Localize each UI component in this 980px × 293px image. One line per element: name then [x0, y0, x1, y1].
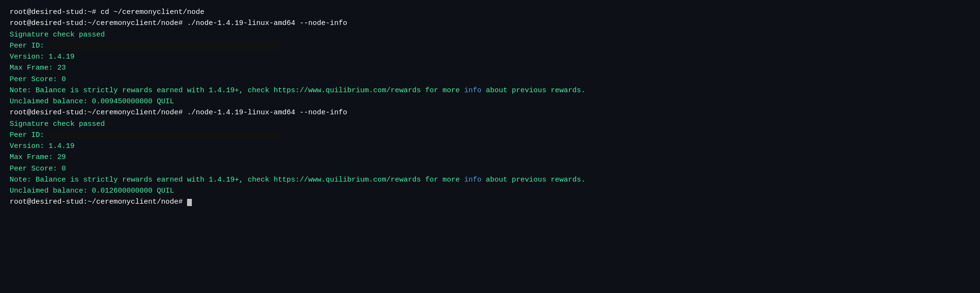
- terminal-line: root@desired-stud:~# cd ~/ceremonyclient…: [10, 7, 970, 18]
- terminal-line: Peer Score: 0: [10, 74, 970, 85]
- note-pre-text: Note: Balance is strictly rewards earned…: [10, 86, 464, 95]
- terminal-line: Peer Score: 0: [10, 163, 970, 174]
- info-link[interactable]: info: [464, 176, 481, 184]
- info-link[interactable]: info: [464, 86, 481, 95]
- peer-id-label: Peer ID:: [10, 42, 49, 50]
- peer-id-redacted: [49, 131, 279, 138]
- terminal-line: Signature check passed: [10, 119, 970, 130]
- terminal-line: root@desired-stud:~/ceremonyclient/node#…: [10, 107, 970, 118]
- note-post-text: about previous rewards.: [481, 176, 585, 184]
- terminal-line: Unclaimed balance: 0.009450000000 QUIL: [10, 96, 970, 107]
- terminal-line: Unclaimed balance: 0.012600000000 QUIL: [10, 185, 970, 196]
- terminal-line: root@desired-stud:~/ceremonyclient/node#: [10, 196, 970, 208]
- terminal-line: root@desired-stud:~/ceremonyclient/node#…: [10, 18, 970, 29]
- terminal-cursor: [187, 199, 192, 206]
- note-pre-text: Note: Balance is strictly rewards earned…: [10, 176, 464, 184]
- peer-id-redacted: [49, 42, 279, 49]
- terminal-line: Peer ID:: [10, 40, 970, 51]
- terminal-line: Note: Balance is strictly rewards earned…: [10, 85, 970, 96]
- terminal-line: Max Frame: 23: [10, 62, 970, 73]
- terminal: root@desired-stud:~# cd ~/ceremonyclient…: [10, 7, 970, 208]
- terminal-line: Signature check passed: [10, 29, 970, 40]
- terminal-line: Max Frame: 29: [10, 152, 970, 163]
- terminal-line: Note: Balance is strictly rewards earned…: [10, 174, 970, 185]
- peer-id-label: Peer ID:: [10, 131, 49, 139]
- terminal-line: Version: 1.4.19: [10, 141, 970, 152]
- terminal-line: Version: 1.4.19: [10, 51, 970, 62]
- prompt-text: root@desired-stud:~/ceremonyclient/node#: [10, 198, 187, 206]
- note-post-text: about previous rewards.: [481, 86, 585, 95]
- terminal-line: Peer ID:: [10, 130, 970, 141]
